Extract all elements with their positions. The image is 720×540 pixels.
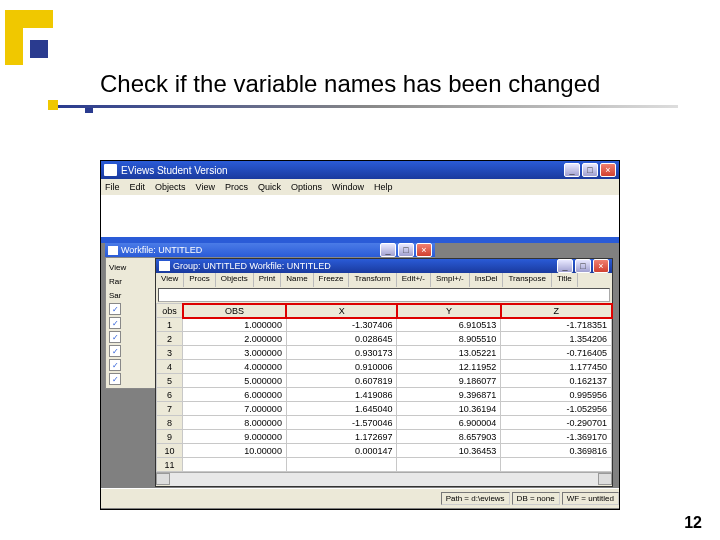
grp-maximize-button[interactable]: □ (575, 259, 591, 273)
group-titlebar[interactable]: Group: UNTITLED Workfile: UNTITLED _ □ × (156, 259, 612, 273)
close-button[interactable]: × (600, 163, 616, 177)
cell-x[interactable]: 0.000147 (286, 444, 397, 458)
table-row[interactable]: 33.0000000.93017313.05221-0.716405 (157, 346, 612, 360)
cell-obs[interactable]: 9.000000 (183, 430, 287, 444)
cell-z[interactable]: -1.718351 (501, 318, 612, 332)
cell-x[interactable]: 1.419086 (286, 388, 397, 402)
tb-procs[interactable]: Procs (184, 273, 215, 287)
cell-y[interactable]: 6.900004 (397, 416, 501, 430)
wf-check-icon[interactable]: ✓ (109, 345, 121, 357)
horizontal-scrollbar[interactable] (156, 472, 612, 486)
wf-check-icon[interactable]: ✓ (109, 359, 121, 371)
grp-close-button[interactable]: × (593, 259, 609, 273)
cell-x[interactable]: -1.307406 (286, 318, 397, 332)
wf-check-icon[interactable]: ✓ (109, 317, 121, 329)
tb-view[interactable]: View (156, 273, 184, 287)
table-row[interactable]: 11 (157, 458, 612, 472)
wf-check-icon[interactable]: ✓ (109, 373, 121, 385)
cell-z[interactable]: -1.052956 (501, 402, 612, 416)
cell-y[interactable]: 8.905510 (397, 332, 501, 346)
cell-y[interactable]: 10.36194 (397, 402, 501, 416)
menu-view[interactable]: View (196, 182, 215, 192)
group-edit-field[interactable] (158, 288, 610, 302)
grp-minimize-button[interactable]: _ (557, 259, 573, 273)
table-row[interactable]: 66.0000001.4190869.3968710.995956 (157, 388, 612, 402)
wf-close-button[interactable]: × (416, 243, 432, 257)
menu-options[interactable]: Options (291, 182, 322, 192)
wf-minimize-button[interactable]: _ (380, 243, 396, 257)
outer-titlebar[interactable]: EViews Student Version _ □ × (101, 161, 619, 179)
cell-x[interactable]: 0.028645 (286, 332, 397, 346)
cell-obs[interactable]: 4.000000 (183, 360, 287, 374)
menu-quick[interactable]: Quick (258, 182, 281, 192)
cell-z[interactable]: 1.354206 (501, 332, 612, 346)
header-obs[interactable]: OBS (183, 304, 287, 318)
cell-obs[interactable]: 3.000000 (183, 346, 287, 360)
cell-z[interactable]: -0.290701 (501, 416, 612, 430)
tb-insdel[interactable]: InsDel (470, 273, 504, 287)
cell-obs[interactable]: 2.000000 (183, 332, 287, 346)
cell-y[interactable]: 12.11952 (397, 360, 501, 374)
cell-obs[interactable] (183, 458, 287, 472)
tb-transform[interactable]: Transform (349, 273, 396, 287)
maximize-button[interactable]: □ (582, 163, 598, 177)
cell-x[interactable]: 0.910006 (286, 360, 397, 374)
wf-toolbar-view[interactable]: View (109, 263, 126, 272)
cell-obs[interactable]: 7.000000 (183, 402, 287, 416)
cell-x[interactable]: 0.930173 (286, 346, 397, 360)
data-table[interactable]: obs OBS X Y Z 11.000000-1.3074066.910513… (156, 303, 612, 472)
cell-z[interactable]: 1.177450 (501, 360, 612, 374)
minimize-button[interactable]: _ (564, 163, 580, 177)
main-menu-bar[interactable]: File Edit Objects View Procs Quick Optio… (101, 179, 619, 195)
cell-x[interactable]: 0.607819 (286, 374, 397, 388)
scroll-right-icon[interactable] (598, 473, 612, 485)
wf-check-icon[interactable]: ✓ (109, 303, 121, 315)
cell-y[interactable]: 10.36453 (397, 444, 501, 458)
table-row[interactable]: 99.0000001.1726978.657903-1.369170 (157, 430, 612, 444)
header-z[interactable]: Z (501, 304, 612, 318)
cell-y[interactable]: 8.657903 (397, 430, 501, 444)
cell-z[interactable]: 0.162137 (501, 374, 612, 388)
cell-z[interactable]: 0.369816 (501, 444, 612, 458)
table-row[interactable]: 88.000000-1.5700466.900004-0.290701 (157, 416, 612, 430)
tb-edit[interactable]: Edit+/- (397, 273, 431, 287)
cell-z[interactable]: -0.716405 (501, 346, 612, 360)
scroll-left-icon[interactable] (156, 473, 170, 485)
wf-maximize-button[interactable]: □ (398, 243, 414, 257)
cell-x[interactable] (286, 458, 397, 472)
cell-y[interactable]: 9.396871 (397, 388, 501, 402)
workfile-titlebar[interactable]: Workfile: UNTITLED _ □ × (105, 243, 435, 257)
menu-procs[interactable]: Procs (225, 182, 248, 192)
cell-x[interactable]: 1.172697 (286, 430, 397, 444)
cell-y[interactable]: 6.910513 (397, 318, 501, 332)
group-window[interactable]: Group: UNTITLED Workfile: UNTITLED _ □ ×… (155, 258, 613, 487)
cell-x[interactable]: 1.645040 (286, 402, 397, 416)
tb-freeze[interactable]: Freeze (314, 273, 350, 287)
scroll-track[interactable] (170, 473, 598, 486)
menu-file[interactable]: File (105, 182, 120, 192)
cell-obs[interactable]: 5.000000 (183, 374, 287, 388)
cell-z[interactable]: 0.995956 (501, 388, 612, 402)
header-x[interactable]: X (286, 304, 397, 318)
wf-check-icon[interactable]: ✓ (109, 331, 121, 343)
tb-name[interactable]: Name (281, 273, 313, 287)
table-row[interactable]: 55.0000000.6078199.1860770.162137 (157, 374, 612, 388)
tb-print[interactable]: Print (254, 273, 281, 287)
tb-smpl[interactable]: Smpl+/- (431, 273, 470, 287)
menu-objects[interactable]: Objects (155, 182, 186, 192)
cell-obs[interactable]: 10.00000 (183, 444, 287, 458)
cell-z[interactable]: -1.369170 (501, 430, 612, 444)
group-toolbar[interactable]: View Procs Objects Print Name Freeze Tra… (156, 273, 612, 287)
table-row[interactable]: 22.0000000.0286458.9055101.354206 (157, 332, 612, 346)
header-y[interactable]: Y (397, 304, 501, 318)
cell-x[interactable]: -1.570046 (286, 416, 397, 430)
table-row[interactable]: 1010.000000.00014710.364530.369816 (157, 444, 612, 458)
cell-y[interactable]: 13.05221 (397, 346, 501, 360)
tb-objects[interactable]: Objects (216, 273, 254, 287)
cell-z[interactable] (501, 458, 612, 472)
tb-title[interactable]: Title (552, 273, 578, 287)
table-row[interactable]: 77.0000001.64504010.36194-1.052956 (157, 402, 612, 416)
menu-window[interactable]: Window (332, 182, 364, 192)
cell-y[interactable] (397, 458, 501, 472)
cell-obs[interactable]: 1.000000 (183, 318, 287, 332)
